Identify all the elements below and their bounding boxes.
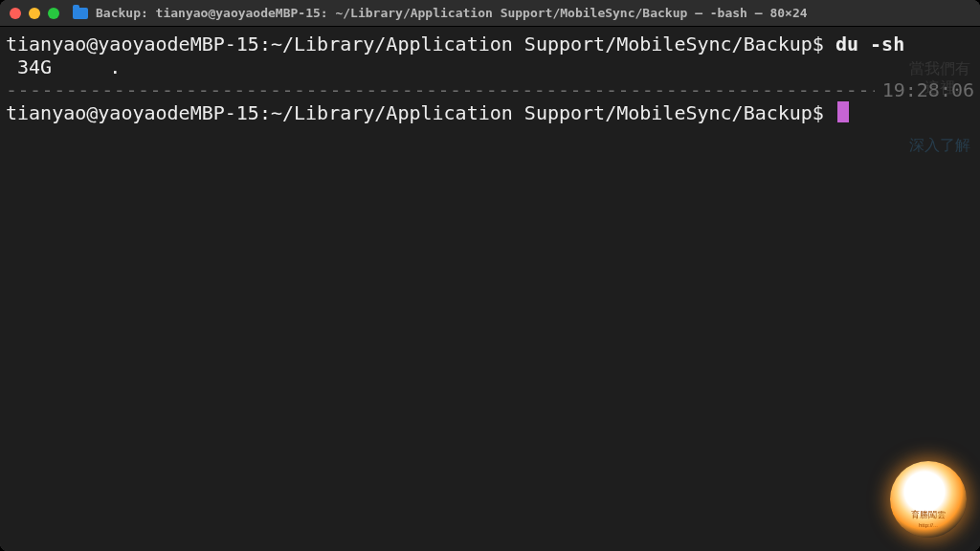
separator-row: ----------------------------------------… (0, 78, 980, 101)
cursor-icon (837, 101, 849, 122)
command-text: du -sh (835, 33, 904, 55)
prompt-text: tianyao@yaoyaodeMBP-15:~/Library/Applica… (6, 101, 835, 124)
watermark-label: 育勝闖雲 http://... (911, 511, 946, 530)
minimize-icon[interactable] (29, 8, 40, 19)
watermark-badge: 育勝闖雲 http://... (890, 461, 967, 538)
folder-icon (73, 8, 88, 19)
command-line-1: tianyao@yaoyaodeMBP-15:~/Library/Applica… (0, 33, 980, 55)
close-icon[interactable] (10, 8, 21, 19)
bg-text-line: 深入了解 (909, 136, 970, 155)
separator-dashes: ----------------------------------------… (6, 78, 875, 101)
traffic-lights (10, 8, 59, 19)
timestamp: 19:28:06 (875, 78, 974, 101)
command-line-2[interactable]: tianyao@yaoyaodeMBP-15:~/Library/Applica… (0, 101, 980, 124)
zoom-icon[interactable] (48, 8, 59, 19)
prompt-text: tianyao@yaoyaodeMBP-15:~/Library/Applica… (6, 33, 835, 55)
terminal-area[interactable]: 當我們有 這裡。 深入了解 tianyao@yaoyaodeMBP-15:~/L… (0, 27, 980, 551)
window-title: Backup: tianyao@yaoyaodeMBP-15: ~/Librar… (96, 6, 808, 20)
titlebar[interactable]: Backup: tianyao@yaoyaodeMBP-15: ~/Librar… (0, 0, 980, 27)
output-line: 34G . (0, 55, 980, 78)
terminal-window: Backup: tianyao@yaoyaodeMBP-15: ~/Librar… (0, 0, 980, 551)
output-text: 34G . (6, 55, 121, 78)
